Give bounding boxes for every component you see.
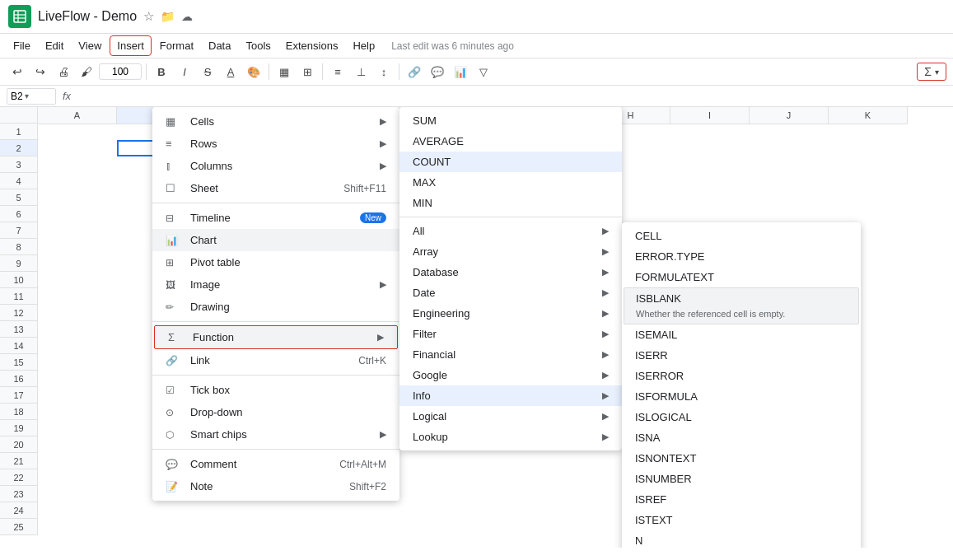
func-date[interactable]: Date ▶ [399, 282, 622, 303]
sigma-btn[interactable]: Σ ▾ [917, 63, 946, 81]
insert-pivot[interactable]: ⊞ Pivot table [152, 251, 399, 273]
row-9[interactable]: 9 [0, 255, 37, 272]
info-formulatext[interactable]: FORMULATEXT [622, 267, 861, 287]
insert-note[interactable]: 📝 Note Shift+F2 [152, 475, 399, 497]
italic-btn[interactable]: I [174, 61, 195, 82]
insert-link[interactable]: 🔗 Link Ctrl+K [152, 349, 399, 371]
col-header-K[interactable]: K [829, 107, 908, 124]
info-istext[interactable]: ISTEXT [622, 510, 861, 530]
row-3[interactable]: 3 [0, 156, 37, 173]
menu-tools[interactable]: Tools [239, 36, 277, 55]
func-google[interactable]: Google ▶ [399, 365, 622, 385]
row-6[interactable]: 6 [0, 206, 37, 222]
redo-btn[interactable]: ↪ [30, 61, 51, 82]
info-isnontext[interactable]: ISNONTEXT [622, 448, 861, 469]
formula-input[interactable] [77, 90, 946, 102]
func-info[interactable]: Info ▶ [399, 385, 622, 406]
func-array[interactable]: Array ▶ [399, 241, 622, 262]
row-15[interactable]: 15 [0, 354, 37, 371]
star-icon[interactable]: ☆ [143, 9, 154, 24]
row-2[interactable]: 2 [0, 140, 37, 156]
info-isemail[interactable]: ISEMAIL [622, 324, 861, 345]
menu-edit[interactable]: Edit [39, 36, 70, 55]
func-min[interactable]: MIN [399, 193, 622, 213]
row-5[interactable]: 5 [0, 189, 37, 206]
func-engineering[interactable]: Engineering ▶ [399, 303, 622, 324]
row-21[interactable]: 21 [0, 453, 37, 469]
func-sum[interactable]: SUM [399, 110, 622, 131]
row-25[interactable]: 25 [0, 519, 37, 535]
insert-function[interactable]: Σ Function ▶ [154, 325, 398, 349]
insert-sheet[interactable]: ☐ Sheet Shift+F11 [152, 177, 399, 199]
func-financial[interactable]: Financial ▶ [399, 344, 622, 365]
func-count[interactable]: COUNT [399, 152, 622, 172]
row-17[interactable]: 17 [0, 387, 37, 404]
zoom-selector[interactable]: 100 [99, 63, 142, 80]
insert-comment[interactable]: 💬 Comment Ctrl+Alt+M [152, 453, 399, 475]
bold-btn[interactable]: B [151, 61, 172, 82]
row-19[interactable]: 19 [0, 420, 37, 436]
col-header-A[interactable]: A [38, 107, 117, 124]
func-average[interactable]: AVERAGE [399, 131, 622, 152]
row-10[interactable]: 10 [0, 272, 37, 288]
insert-tickbox[interactable]: ☑ Tick box [152, 379, 399, 401]
insert-chart[interactable]: 📊 Chart [152, 229, 399, 251]
row-13[interactable]: 13 [0, 321, 37, 338]
row-18[interactable]: 18 [0, 404, 37, 420]
format-paint-btn[interactable]: 🖌 [76, 61, 97, 82]
insert-image[interactable]: 🖼 Image ▶ [152, 273, 399, 296]
info-cell[interactable]: CELL [622, 226, 861, 246]
rotate-btn[interactable]: ↕ [373, 61, 395, 82]
row-22[interactable]: 22 [0, 469, 37, 486]
func-database[interactable]: Database ▶ [399, 262, 622, 282]
row-7[interactable]: 7 [0, 222, 37, 239]
row-1[interactable]: 1 [0, 124, 37, 140]
row-24[interactable]: 24 [0, 502, 37, 519]
cell-reference[interactable]: B2 ▾ [7, 88, 56, 105]
info-iserr[interactable]: ISERR [622, 345, 861, 366]
insert-cells[interactable]: ▦ Cells ▶ [152, 110, 399, 133]
underline-btn[interactable]: A [220, 61, 241, 82]
folder-icon[interactable]: 📁 [161, 10, 175, 23]
info-iserror[interactable]: ISERROR [622, 366, 861, 386]
func-lookup[interactable]: Lookup ▶ [399, 427, 622, 447]
menu-format[interactable]: Format [153, 36, 200, 55]
cloud-icon[interactable]: ☁ [181, 10, 193, 23]
insert-columns[interactable]: ⫿ Columns ▶ [152, 155, 399, 177]
strikethrough-btn[interactable]: S [197, 61, 218, 82]
insert-dropdown[interactable]: ⊙ Drop-down [152, 401, 399, 423]
menu-file[interactable]: File [7, 36, 37, 55]
row-12[interactable]: 12 [0, 305, 37, 321]
print-btn[interactable]: 🖨 [53, 61, 74, 82]
insert-smartchips[interactable]: ⬡ Smart chips ▶ [152, 423, 399, 446]
info-isref[interactable]: ISREF [622, 489, 861, 510]
insert-drawing[interactable]: ✏ Drawing [152, 296, 399, 318]
border-btn[interactable]: ▦ [273, 61, 295, 82]
func-logical[interactable]: Logical ▶ [399, 406, 622, 427]
row-20[interactable]: 20 [0, 436, 37, 453]
row-8[interactable]: 8 [0, 239, 37, 255]
info-islogical[interactable]: ISLOGICAL [622, 407, 861, 427]
insert-rows[interactable]: ≡ Rows ▶ [152, 133, 399, 155]
filter-btn[interactable]: ▽ [473, 61, 494, 82]
row-16[interactable]: 16 [0, 371, 37, 387]
info-isformula[interactable]: ISFORMULA [622, 386, 861, 407]
col-header-I[interactable]: I [670, 107, 750, 124]
menu-insert[interactable]: Insert [110, 35, 152, 56]
valign-btn[interactable]: ⊥ [350, 61, 371, 82]
undo-btn[interactable]: ↩ [7, 61, 28, 82]
insert-timeline[interactable]: ⊟ Timeline New [152, 207, 399, 229]
row-23[interactable]: 23 [0, 486, 37, 502]
chart-btn[interactable]: 📊 [450, 61, 471, 82]
menu-data[interactable]: Data [202, 36, 237, 55]
col-header-J[interactable]: J [750, 107, 829, 124]
func-all[interactable]: All ▶ [399, 221, 622, 241]
fill-color-btn[interactable]: 🎨 [243, 61, 264, 82]
info-errortype[interactable]: ERROR.TYPE [622, 246, 861, 267]
link-btn[interactable]: 🔗 [404, 61, 425, 82]
menu-extensions[interactable]: Extensions [279, 36, 345, 55]
info-isnumber[interactable]: ISNUMBER [622, 469, 861, 489]
row-14[interactable]: 14 [0, 338, 37, 354]
menu-help[interactable]: Help [346, 36, 381, 55]
merge-btn[interactable]: ⊞ [297, 61, 318, 82]
